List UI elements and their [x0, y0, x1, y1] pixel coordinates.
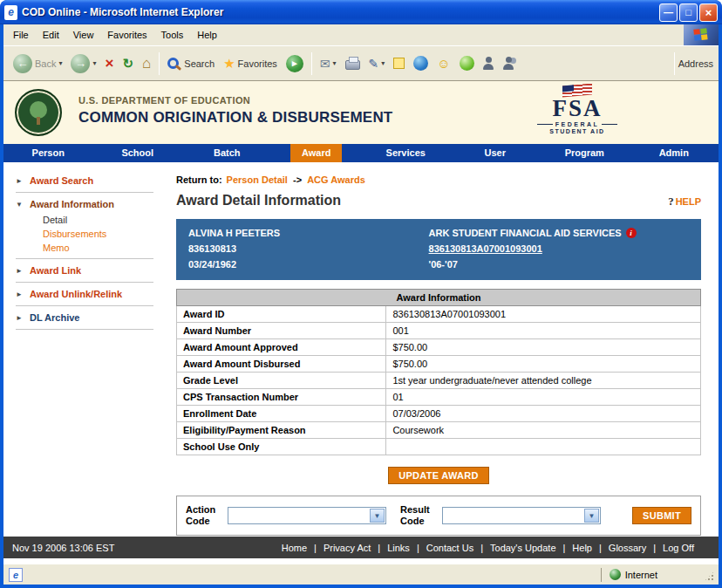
site-title-block: U.S. DEPARTMENT OF EDUCATION COMMON ORIG… [78, 95, 392, 126]
fsa-federal-text: FEDERAL [555, 121, 600, 127]
menu-file[interactable]: File [6, 25, 36, 44]
chevron-right-icon: ► [16, 177, 24, 185]
sidebar-divider [16, 305, 153, 306]
footer-link-glossary[interactable]: Glossary [609, 543, 646, 553]
breadcrumb-acg-awards[interactable]: ACG Awards [307, 174, 365, 185]
media-button[interactable]: ▸ [282, 52, 308, 75]
footer-link-todays-update[interactable]: Today's Update [490, 543, 555, 553]
award-id-link[interactable]: 836130813A07001093001 [429, 243, 542, 254]
update-award-button[interactable]: UPDATE AWARD [388, 467, 489, 484]
nav-admin[interactable]: Admin [630, 144, 719, 162]
footer-separator: | [563, 543, 566, 553]
nav-services[interactable]: Services [361, 144, 451, 162]
forward-dropdown-icon[interactable]: ▾ [92, 59, 96, 67]
footer-link-help[interactable]: Help [572, 543, 592, 553]
close-button[interactable]: × [699, 3, 718, 22]
select-arrow-icon[interactable]: ▼ [370, 509, 385, 523]
back-icon: ← [13, 54, 32, 73]
sidebar-item-award-unlink-relink[interactable]: ► Award Unlink/Relink [16, 286, 169, 302]
footer-separator: | [417, 543, 419, 553]
edit-pencil-icon: ✎ [369, 58, 379, 70]
sidebar-item-award-information[interactable]: ▼ Award Information [16, 196, 169, 212]
footer-separator: | [653, 543, 656, 553]
edit-button[interactable]: ✎ ▾ [364, 55, 390, 72]
update-button-row: UPDATE AWARD [176, 467, 701, 484]
yahoo-button[interactable]: ☺ [433, 54, 454, 72]
footer-link-contact-us[interactable]: Contact Us [426, 543, 473, 553]
back-button[interactable]: ← Back ▾ [9, 51, 66, 76]
sidebar-divider [16, 192, 153, 193]
menu-edit[interactable]: Edit [36, 25, 66, 44]
stop-button[interactable]: × [101, 53, 119, 73]
menu-favorites[interactable]: Favorites [100, 25, 153, 44]
maximize-button[interactable]: □ [679, 3, 698, 22]
submit-button[interactable]: SUBMIT [632, 507, 691, 524]
home-button[interactable]: ⌂ [138, 53, 155, 73]
toolbar: ← Back ▾ → ▾ × ↻ ⌂ Search ★ Favorites ▸ … [3, 46, 719, 81]
search-button[interactable]: Search [163, 55, 219, 72]
menu-tools[interactable]: Tools [154, 25, 191, 44]
page-body: ► Award Search ▼ Award Information Detai… [3, 162, 719, 537]
education-seal-logo [15, 89, 62, 136]
back-dropdown-icon[interactable]: ▾ [58, 59, 62, 67]
field-value: Coursework [386, 422, 701, 439]
info-icon[interactable]: i [626, 228, 637, 238]
select-arrow-icon[interactable]: ▼ [584, 509, 599, 523]
menu-help[interactable]: Help [190, 25, 224, 44]
result-code-select[interactable]: ▼ [442, 507, 601, 524]
footer-link-home[interactable]: Home [282, 543, 307, 553]
favorites-button[interactable]: ★ Favorites [219, 54, 282, 72]
refresh-icon: ↻ [122, 57, 133, 70]
title-bar[interactable]: e COD Online - Microsoft Internet Explor… [0, 0, 722, 24]
windows-logo [684, 24, 719, 45]
mail-button[interactable]: ✉ ▾ [316, 55, 341, 72]
nav-program[interactable]: Program [540, 144, 630, 162]
sidebar-item-detail[interactable]: Detail [43, 213, 169, 227]
nav-person[interactable]: Person [3, 144, 93, 162]
chevron-down-icon: ▼ [16, 201, 24, 209]
edit-dropdown-icon[interactable]: ▾ [381, 59, 385, 67]
discuss-button[interactable] [389, 55, 409, 72]
field-value: $750.00 [386, 339, 701, 356]
help-link[interactable]: ? HELP [668, 195, 701, 209]
table-row: Award Amount Approved$750.00 [177, 339, 701, 356]
student-dob: 03/24/1962 [188, 256, 429, 272]
field-value: 07/03/2006 [386, 406, 701, 422]
person-button[interactable] [479, 54, 499, 72]
site-header: U.S. DEPARTMENT OF EDUCATION COMMON ORIG… [3, 81, 719, 144]
nav-school[interactable]: School [93, 144, 183, 162]
nav-award[interactable]: Award [272, 144, 362, 162]
browser-window: e COD Online - Microsoft Internet Explor… [0, 0, 722, 588]
fsa-logo: FSA FEDERAL STUDENT AID [537, 85, 617, 134]
sidebar-item-award-search[interactable]: ► Award Search [16, 173, 169, 188]
field-value: 836130813A07001093001 [386, 306, 701, 323]
return-to-label: Return to: [176, 174, 222, 185]
footer-link-log-off[interactable]: Log Off [663, 543, 694, 553]
breadcrumb-person-detail[interactable]: Person Detail [227, 174, 288, 185]
nav-program-label: Program [565, 147, 604, 158]
footer-separator: | [314, 543, 317, 553]
sidebar-item-award-link[interactable]: ► Award Link [16, 263, 169, 278]
people-button[interactable] [499, 54, 519, 72]
sidebar-item-memo[interactable]: Memo [43, 241, 169, 255]
menu-view[interactable]: View [66, 25, 101, 44]
messenger-button[interactable] [409, 53, 433, 73]
sidebar-item-dl-archive[interactable]: ► DL Archive [16, 310, 169, 325]
action-code-select[interactable]: ▼ [228, 507, 386, 524]
sidebar-item-disbursements[interactable]: Disbursements [43, 227, 169, 241]
icq-button[interactable] [455, 53, 479, 73]
mail-dropdown-icon[interactable]: ▾ [333, 59, 337, 67]
minimize-button[interactable]: — [659, 3, 678, 22]
media-icon: ▸ [286, 55, 303, 72]
forward-button[interactable]: → ▾ [66, 51, 100, 76]
nav-batch[interactable]: Batch [182, 144, 272, 162]
footer-link-links[interactable]: Links [387, 543, 410, 553]
table-row: School Use Only [177, 439, 701, 455]
footer-link-privacy-act[interactable]: Privacy Act [324, 543, 371, 553]
field-label: Award Amount Disbursed [177, 356, 386, 373]
award-id-row: 836130813A07001093001 [429, 241, 689, 256]
nav-user[interactable]: User [451, 144, 541, 162]
print-button[interactable] [341, 54, 364, 72]
status-message-area [28, 568, 596, 582]
refresh-button[interactable]: ↻ [118, 54, 138, 72]
